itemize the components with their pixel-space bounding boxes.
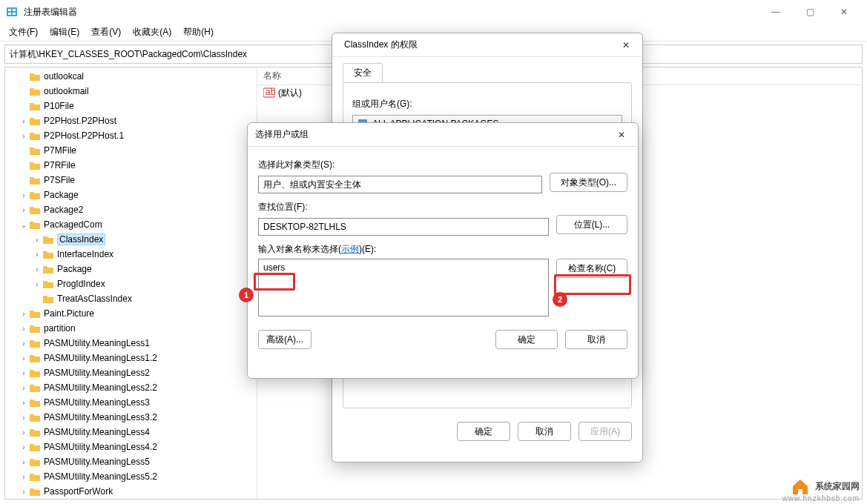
expand-icon[interactable]: ›: [19, 428, 29, 437]
expand-icon[interactable]: ›: [19, 117, 29, 125]
location-label: 查找位置(F):: [258, 201, 627, 213]
tree-item-ProgIdIndex[interactable]: ›ProgIdIndex: [5, 276, 257, 291]
tree-label: PASMUtility.MeaningLess1: [44, 338, 150, 348]
tree-item-outlookcal[interactable]: outlookcal: [5, 69, 257, 84]
tree-item-P2PHost-P2PHost[interactable]: ›P2PHost.P2PHost: [5, 113, 257, 128]
check-names-button[interactable]: 检查名称(C): [556, 259, 627, 278]
menu-help[interactable]: 帮助(H): [177, 24, 220, 40]
folder-icon: [29, 160, 41, 170]
tree-item-Package[interactable]: ›Package: [5, 188, 257, 202]
tree-item-outlookmail[interactable]: outlookmail: [5, 84, 257, 99]
folder-icon: [29, 130, 41, 141]
expand-icon[interactable]: ›: [19, 384, 29, 392]
examples-link[interactable]: 示例: [341, 244, 359, 254]
expand-icon[interactable]: ›: [19, 473, 29, 481]
tree-label: Package: [57, 264, 92, 274]
watermark-text: 系统家园网: [815, 480, 860, 493]
tree-item-ClassIndex[interactable]: ›ClassIndex: [5, 232, 257, 247]
folder-icon: [29, 353, 41, 363]
permissions-dialog-titlebar[interactable]: ClassIndex 的权限 ✕: [332, 33, 642, 57]
folder-icon: [42, 234, 54, 245]
folder-icon: [29, 116, 41, 126]
tree-item-PASMUtility-MeaningLess3-2[interactable]: ›PASMUtility.MeaningLess3.2: [5, 410, 257, 425]
expand-icon[interactable]: ›: [32, 251, 42, 259]
expand-icon[interactable]: ›: [32, 280, 42, 288]
list-default-label: (默认): [278, 87, 302, 99]
tree-item-PASMUtility-MeaningLess1[interactable]: ›PASMUtility.MeaningLess1: [5, 336, 257, 351]
permissions-close-button[interactable]: ✕: [617, 36, 635, 54]
tree-pane[interactable]: outlookcaloutlookmailP10File›P2PHost.P2P…: [5, 67, 257, 499]
expand-icon[interactable]: ›: [19, 325, 29, 333]
tree-label: PASMUtility.MeaningLess4.2: [44, 442, 157, 452]
tree-item-InterfaceIndex[interactable]: ›InterfaceIndex: [5, 247, 257, 262]
tree-item-PassportForWork[interactable]: ›PassportForWork: [5, 484, 257, 499]
perm-cancel-button[interactable]: 取消: [518, 422, 571, 441]
expand-icon[interactable]: ›: [32, 236, 42, 244]
tree-item-P10File[interactable]: P10File: [5, 99, 257, 113]
folder-icon: [29, 323, 41, 334]
tree-label: P2PHost.P2PHost: [44, 116, 116, 126]
tree-label: PassportForWork: [44, 486, 113, 497]
expand-icon[interactable]: ›: [19, 458, 29, 466]
tree-item-PASMUtility-MeaningLess2-2[interactable]: ›PASMUtility.MeaningLess2.2: [5, 380, 257, 395]
locations-button[interactable]: 位置(L)...: [556, 215, 627, 234]
menu-edit[interactable]: 编辑(E): [44, 24, 85, 40]
tree-item-PASMUtility-MeaningLess2[interactable]: ›PASMUtility.MeaningLess2: [5, 365, 257, 380]
names-textarea[interactable]: users: [258, 259, 549, 316]
folder-icon: [29, 205, 41, 215]
tree-item-partition[interactable]: ›partition: [5, 321, 257, 336]
menu-favorites[interactable]: 收藏夹(A): [127, 24, 177, 40]
select-dialog-titlebar[interactable]: 选择用户或组 ✕: [248, 123, 638, 147]
tree-item-PASMUtility-MeaningLess1-2[interactable]: ›PASMUtility.MeaningLess1.2: [5, 351, 257, 365]
expand-icon[interactable]: ›: [19, 354, 29, 362]
expand-icon[interactable]: ›: [19, 369, 29, 377]
perm-ok-button[interactable]: 确定: [457, 422, 510, 441]
tree-item-Paint-Picture[interactable]: ›Paint.Picture: [5, 306, 257, 321]
select-advanced-button[interactable]: 高级(A)...: [258, 330, 311, 349]
tree-item-P7RFile[interactable]: P7RFile: [5, 158, 257, 173]
select-ok-button[interactable]: 确定: [495, 330, 558, 349]
tree-item-P7MFile[interactable]: P7MFile: [5, 143, 257, 158]
tree-item-Package[interactable]: ›Package: [5, 262, 257, 276]
tree-item-PASMUtility-MeaningLess4[interactable]: ›PASMUtility.MeaningLess4: [5, 425, 257, 440]
close-button[interactable]: ✕: [827, 0, 861, 24]
tree-item-P7SFile[interactable]: P7SFile: [5, 173, 257, 188]
tree-item-PASMUtility-MeaningLess5[interactable]: ›PASMUtility.MeaningLess5: [5, 454, 257, 469]
tree-item-P2PHost-P2PHost-1[interactable]: ›P2PHost.P2PHost.1: [5, 128, 257, 143]
select-user-dialog: 选择用户或组 ✕ 选择此对象类型(S): 用户、组或内置安全主体 对象类型(O)…: [247, 122, 639, 379]
expand-icon[interactable]: ›: [19, 310, 29, 318]
expand-icon[interactable]: ›: [19, 399, 29, 407]
tree-item-TreatAsClassIndex[interactable]: TreatAsClassIndex: [5, 291, 257, 306]
select-cancel-button[interactable]: 取消: [565, 330, 627, 349]
object-types-button[interactable]: 对象类型(O)...: [550, 173, 627, 192]
expand-icon[interactable]: ›: [19, 414, 29, 422]
tree-item-PackagedCom[interactable]: ⌄PackagedCom: [5, 217, 257, 232]
minimize-button[interactable]: —: [759, 0, 793, 24]
expand-icon[interactable]: ›: [19, 339, 29, 348]
select-close-button[interactable]: ✕: [613, 126, 630, 144]
expand-icon[interactable]: ›: [19, 132, 29, 140]
tree-item-PASMUtility-MeaningLess3[interactable]: ›PASMUtility.MeaningLess3: [5, 395, 257, 410]
menu-view[interactable]: 查看(V): [85, 24, 127, 40]
names-label-pre: 输入对象名称来选择(: [258, 244, 341, 254]
expand-icon[interactable]: ›: [19, 443, 29, 451]
expand-icon[interactable]: ›: [32, 265, 42, 273]
tree-item-Package2[interactable]: ›Package2: [5, 202, 257, 217]
expand-icon[interactable]: ⌄: [19, 221, 29, 229]
tree-item-PASMUtility-MeaningLess4-2[interactable]: ›PASMUtility.MeaningLess4.2: [5, 440, 257, 454]
perm-apply-button[interactable]: 应用(A): [578, 422, 632, 441]
svg-rect-1: [8, 9, 11, 11]
house-icon: [790, 476, 811, 497]
tree-label: PASMUtility.MeaningLess1.2: [44, 353, 157, 363]
expand-icon[interactable]: ›: [19, 191, 29, 199]
folder-icon: [42, 264, 54, 274]
expand-icon[interactable]: ›: [19, 206, 29, 214]
tab-security[interactable]: 安全: [343, 63, 383, 82]
maximize-button[interactable]: ▢: [793, 0, 827, 24]
menu-file[interactable]: 文件(F): [3, 24, 44, 40]
tree-item-PASMUtility-MeaningLess5-2[interactable]: ›PASMUtility.MeaningLess5.2: [5, 469, 257, 484]
expand-icon[interactable]: ›: [19, 488, 29, 496]
string-value-icon: ab: [263, 87, 275, 98]
svg-rect-3: [13, 9, 16, 11]
permissions-dialog-title: ClassIndex 的权限: [344, 39, 617, 51]
